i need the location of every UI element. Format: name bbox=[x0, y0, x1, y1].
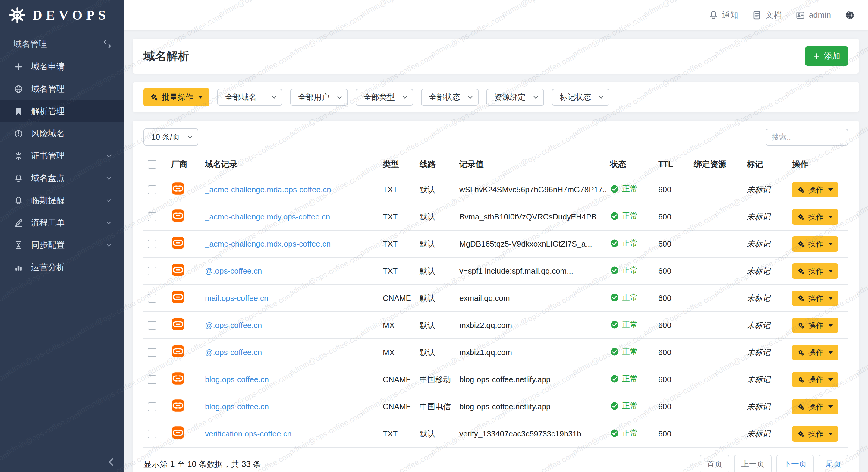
record-link[interactable]: @.ops-coffee.cn bbox=[205, 348, 262, 357]
row-action-button[interactable]: 操作 bbox=[792, 209, 838, 225]
caret-down-icon bbox=[828, 351, 833, 354]
user-menu[interactable]: admin bbox=[795, 10, 831, 20]
row-checkbox[interactable] bbox=[148, 375, 156, 384]
sidebar-item-dns-manage[interactable]: 解析管理 bbox=[0, 100, 124, 122]
notifications-button[interactable]: 通知 bbox=[709, 10, 738, 21]
cogs-icon bbox=[797, 186, 805, 193]
record-type: CNAME bbox=[378, 285, 415, 312]
row-action-button[interactable]: 操作 bbox=[792, 236, 838, 252]
filter-select-all-domains[interactable]: 全部域名 bbox=[217, 89, 282, 106]
pagination-next[interactable]: 下一页 bbox=[776, 455, 814, 472]
caret-down-icon bbox=[828, 378, 833, 381]
record-value: blog-ops-coffee.netlify.app bbox=[455, 393, 606, 420]
record-link[interactable]: blog.ops-coffee.cn bbox=[205, 375, 269, 384]
sidebar-item-label: 运营分析 bbox=[31, 262, 65, 273]
sidebar-item-workflow-tickets[interactable]: 流程工单 bbox=[0, 212, 124, 234]
filter-select-mark-status[interactable]: 标记状态 bbox=[552, 89, 610, 106]
row-action-button[interactable]: 操作 bbox=[792, 426, 838, 442]
record-link[interactable]: @.ops-coffee.cn bbox=[205, 266, 262, 276]
record-link[interactable]: @.ops-coffee.cn bbox=[205, 321, 262, 330]
row-action-button[interactable]: 操作 bbox=[792, 372, 838, 387]
row-action-button[interactable]: 操作 bbox=[792, 399, 838, 414]
bulk-actions-button[interactable]: 批量操作 bbox=[144, 88, 210, 106]
caret-down-icon bbox=[828, 216, 833, 218]
sidebar-item-domain-inventory[interactable]: 域名盘点 bbox=[0, 167, 124, 189]
check-circle-icon bbox=[610, 239, 619, 248]
row-action-button[interactable]: 操作 bbox=[792, 318, 838, 333]
chevron-down-icon bbox=[468, 94, 473, 99]
record-mark: 未标记 bbox=[743, 312, 788, 339]
filter-select-resource-binding[interactable]: 资源绑定 bbox=[487, 89, 544, 106]
pagination-last[interactable]: 尾页 bbox=[818, 455, 848, 472]
docs-label: 文档 bbox=[765, 10, 781, 21]
row-checkbox[interactable] bbox=[148, 321, 156, 330]
record-type: TXT bbox=[378, 203, 415, 230]
swap-icon[interactable] bbox=[102, 39, 112, 49]
row-checkbox[interactable] bbox=[148, 430, 156, 438]
sidebar-item-risk-domains[interactable]: 风险域名 bbox=[0, 122, 124, 145]
filter-select-all-users[interactable]: 全部用户 bbox=[290, 89, 348, 106]
record-link[interactable]: _acme-challenge.mda.ops-coffee.cn bbox=[205, 185, 331, 194]
record-line: 默认 bbox=[415, 257, 455, 285]
record-link[interactable]: blog.ops-coffee.cn bbox=[205, 402, 269, 411]
row-checkbox[interactable] bbox=[148, 402, 156, 411]
record-line: 中国移动 bbox=[415, 366, 455, 393]
pagination-first[interactable]: 首页 bbox=[700, 455, 730, 472]
record-resource bbox=[689, 420, 743, 447]
row-checkbox[interactable] bbox=[148, 348, 156, 357]
chevron-left-icon bbox=[105, 456, 117, 468]
record-line: 默认 bbox=[415, 230, 455, 257]
record-link[interactable]: mail.ops-coffee.cn bbox=[205, 293, 269, 303]
record-line: 默认 bbox=[415, 312, 455, 339]
row-checkbox[interactable] bbox=[148, 213, 156, 221]
sidebar-item-domain-manage[interactable]: 域名管理 bbox=[0, 78, 124, 100]
sidebar-item-cert-manage[interactable]: 证书管理 bbox=[0, 145, 124, 167]
status-badge: 正常 bbox=[610, 373, 638, 384]
select-all-checkbox[interactable] bbox=[148, 160, 156, 169]
record-link[interactable]: _acme-challenge.mdy.ops-coffee.cn bbox=[205, 212, 330, 221]
docs-button[interactable]: 文档 bbox=[752, 10, 781, 21]
add-button[interactable]: 添加 bbox=[805, 46, 848, 66]
sidebar-item-sync-config[interactable]: 同步配置 bbox=[0, 234, 124, 256]
page-title: 域名解析 bbox=[144, 49, 189, 64]
sidebar-item-domain-apply[interactable]: 域名申请 bbox=[0, 56, 124, 78]
status-badge: 正常 bbox=[610, 401, 638, 411]
row-action-button[interactable]: 操作 bbox=[792, 182, 838, 197]
page-header-card: 域名解析 添加 bbox=[133, 39, 859, 73]
filter-select-all-status[interactable]: 全部状态 bbox=[421, 89, 478, 106]
row-checkbox[interactable] bbox=[148, 294, 156, 303]
sidebar-item-operation-analysis[interactable]: 运营分析 bbox=[0, 256, 124, 279]
status-badge: 正常 bbox=[610, 238, 638, 248]
filter-select-all-types[interactable]: 全部类型 bbox=[355, 89, 413, 106]
sidebar-collapse-button[interactable] bbox=[105, 456, 117, 468]
caret-down-icon bbox=[828, 188, 833, 191]
seal-icon bbox=[14, 151, 23, 161]
record-mark: 未标记 bbox=[743, 339, 788, 366]
record-resource bbox=[689, 230, 743, 257]
cogs-icon bbox=[797, 403, 805, 410]
warning-icon bbox=[14, 129, 23, 138]
pagination-prev[interactable]: 上一页 bbox=[734, 455, 772, 472]
language-button[interactable] bbox=[845, 10, 855, 20]
sidebar-item-label: 域名管理 bbox=[31, 83, 65, 95]
caret-down-icon bbox=[828, 243, 833, 245]
row-checkbox[interactable] bbox=[148, 185, 156, 194]
record-type: CNAME bbox=[378, 366, 415, 393]
chevron-down-icon bbox=[105, 196, 113, 204]
chevron-down-icon bbox=[533, 94, 538, 99]
row-action-button[interactable]: 操作 bbox=[792, 290, 838, 306]
page-size-select[interactable]: 10 条/页 bbox=[144, 128, 198, 146]
row-action-button[interactable]: 操作 bbox=[792, 345, 838, 360]
chevron-down-icon bbox=[337, 94, 342, 99]
record-link[interactable]: verification.ops-coffee.cn bbox=[205, 429, 291, 438]
row-checkbox[interactable] bbox=[148, 240, 156, 248]
sidebar-item-expiry-reminder[interactable]: 临期提醒 bbox=[0, 189, 124, 212]
record-link[interactable]: _acme-challenge.mdx.ops-coffee.cn bbox=[205, 239, 331, 248]
caret-down-icon bbox=[828, 433, 833, 435]
row-checkbox[interactable] bbox=[148, 267, 156, 276]
sidebar-item-label: 域名申请 bbox=[31, 61, 65, 72]
row-action-button[interactable]: 操作 bbox=[792, 263, 838, 279]
search-input[interactable] bbox=[766, 129, 848, 146]
caret-down-icon bbox=[828, 324, 833, 327]
record-resource bbox=[689, 285, 743, 312]
